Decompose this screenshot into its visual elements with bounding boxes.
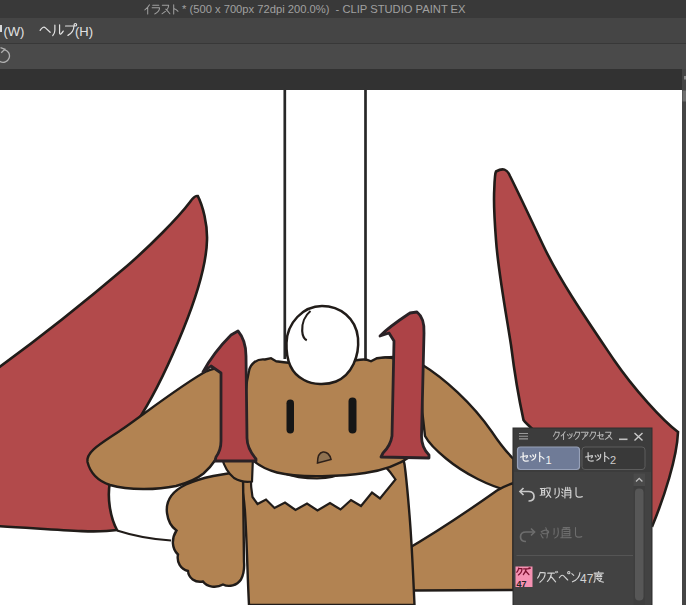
svg-text:(H): (H): [75, 24, 93, 39]
svg-text:(W): (W): [4, 24, 25, 39]
svg-text:47: 47: [580, 572, 594, 586]
svg-text:1: 1: [546, 454, 552, 466]
svg-text:2: 2: [610, 454, 616, 466]
svg-text:* (500 x 700px 72dpi 200.0%): * (500 x 700px 72dpi 200.0%) - CLIP STUD…: [182, 3, 466, 15]
svg-text:47: 47: [517, 579, 527, 589]
